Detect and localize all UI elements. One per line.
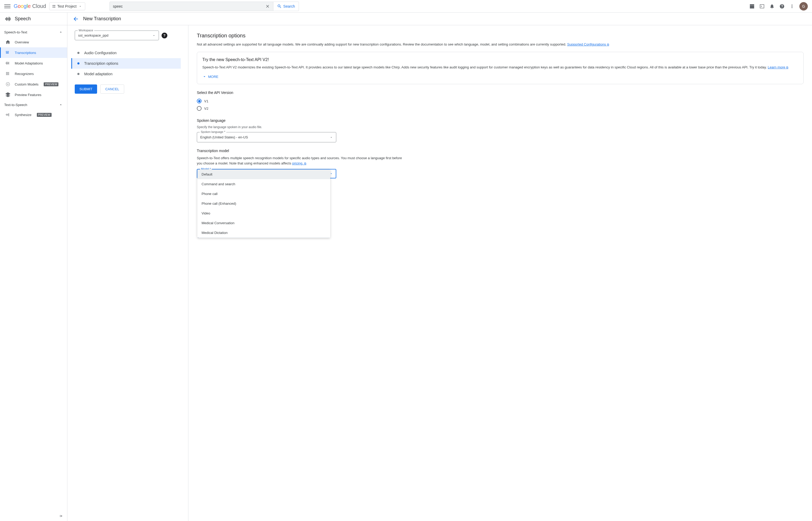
step-transcription-options[interactable]: Transcription options [71,58,181,69]
project-picker[interactable]: Test Project [49,2,85,10]
svg-rect-6 [6,51,7,52]
svg-rect-12 [7,62,7,65]
workspace-help-icon[interactable]: ? [162,32,167,39]
speech-product-icon [5,16,11,22]
radio-label: V1 [204,99,208,103]
step-audio-configuration[interactable]: Audio Configuration [75,48,181,58]
cloud-shell-icon[interactable] [749,4,755,9]
sidebar-group-header[interactable]: Text-to-Speech [0,100,67,110]
notifications-icon[interactable] [769,4,775,9]
sidebar-item-synthesize[interactable]: SynthesizePREVIEW [0,110,67,120]
step-dot-icon [77,52,79,54]
content-intro: Not all advanced settings are supported … [197,42,804,47]
svg-rect-16 [7,72,8,73]
sidebar-item-model-adaptations[interactable]: Model Adaptations [0,58,67,68]
svg-rect-23 [8,74,9,75]
svg-rect-13 [8,63,8,64]
sidebar-item-label: Model Adaptations [15,61,43,65]
svg-rect-19 [7,73,8,74]
sidebar-item-label: Transcriptions [15,51,36,55]
sidebar-group-header[interactable]: Speech-to-Text [0,27,67,37]
radio-v2[interactable]: V2 [197,105,804,112]
sidebar-item-overview[interactable]: Overview [0,37,67,47]
model-option-phone-call-enhanced-[interactable]: Phone call (Enhanced) [198,199,330,208]
product-name: Speech [15,16,31,22]
chevron-down-icon [152,34,156,37]
svg-rect-26 [6,114,6,115]
transcriptions-icon [5,50,10,55]
sidebar-item-label: Synthesize [15,113,31,117]
svg-rect-18 [6,73,7,74]
adaptations-icon [5,61,10,66]
clear-icon[interactable] [265,4,270,9]
svg-rect-5 [10,18,10,20]
sidebar-item-recognizers[interactable]: Recognizers [0,68,67,79]
chevron-up-icon [59,103,63,107]
api-version-title: Select the API Version [197,91,804,95]
sidebar: Speech-to-TextOverviewTranscriptionsMode… [0,25,67,521]
cancel-button[interactable]: CANCEL [100,85,124,94]
svg-rect-7 [7,51,8,52]
sidebar-item-label: Recognizers [15,72,34,76]
sidebar-item-custom-models[interactable]: Custom ModelsPREVIEW [0,79,67,89]
svg-rect-0 [760,4,764,8]
spoken-language-hint: Specify the language spoken in your audi… [197,125,804,129]
learn-more-link[interactable]: Learn more ⧉ [768,65,788,69]
step-label: Model adaptation [84,72,112,76]
collapse-sidebar-icon[interactable] [59,514,64,518]
search-input[interactable] [113,4,263,8]
svg-rect-15 [6,72,7,73]
model-option-medical-dictation[interactable]: Medical Dictation [198,228,330,237]
chevron-down-icon [202,74,207,79]
sidebar-item-label: Overview [15,40,29,44]
spoken-language-value: English (United States) - en-US [200,135,248,139]
svg-rect-3 [8,18,8,20]
svg-rect-9 [6,52,9,53]
supported-configurations-link[interactable]: Supported Configurations ⧉ [567,42,609,46]
svg-rect-8 [8,51,9,52]
sidebar-item-label: Custom Models [15,82,39,86]
avatar[interactable]: G [799,2,808,10]
spoken-language-select[interactable]: Spoken language * English (United States… [197,132,336,142]
preview-badge: PREVIEW [37,113,51,117]
svg-point-25 [7,84,8,85]
model-option-video[interactable]: Video [198,208,330,218]
stepper-panel: Workspace sst_workspace_ppd ? Audio Conf… [67,25,188,521]
model-dropdown: DefaultCommand and searchPhone callPhone… [198,169,330,238]
svg-rect-29 [9,113,9,116]
more-button[interactable]: MORE [202,74,798,79]
transcription-model-title: Transcription model [197,149,804,153]
step-model-adaptation[interactable]: Model adaptation [75,69,181,79]
promo-body: Speech-to-Text API V2 modernizes the exi… [202,65,798,70]
model-option-phone-call[interactable]: Phone call [198,189,330,199]
submit-button[interactable]: SUBMIT [75,85,97,94]
model-option-command-and-search[interactable]: Command and search [198,179,330,189]
workspace-select[interactable]: Workspace sst_workspace_ppd [75,30,159,40]
step-label: Transcription options [84,61,118,66]
step-label: Audio Configuration [84,51,117,55]
content-panel: Transcription options Not all advanced s… [188,25,812,521]
svg-rect-10 [6,53,9,54]
project-name: Test Project [57,4,76,8]
svg-rect-28 [8,114,8,115]
pricing-link[interactable]: pricing. ⧉ [292,161,306,165]
menu-icon[interactable] [4,3,10,9]
more-vert-icon[interactable] [789,4,795,9]
step-dot-icon [77,62,79,65]
radio-icon [197,106,202,111]
radio-v1[interactable]: V1 [197,97,804,105]
sidebar-item-preview-features[interactable]: Preview Features [0,89,67,100]
search-button[interactable]: Search [273,2,299,11]
google-cloud-logo[interactable]: Google Cloud [14,3,46,9]
back-arrow-icon[interactable] [73,16,79,22]
terminal-icon[interactable] [759,4,765,9]
model-option-default[interactable]: Default [198,169,330,179]
help-icon[interactable] [780,4,785,9]
svg-rect-11 [6,62,6,64]
model-option-long[interactable]: Long [198,237,330,238]
search-box[interactable] [110,2,273,11]
top-bar: Google Cloud Test Project Search G [0,0,812,13]
model-option-medical-conversation[interactable]: Medical Conversation [198,218,330,228]
radio-icon [197,99,202,104]
sidebar-item-transcriptions[interactable]: Transcriptions [0,47,67,58]
